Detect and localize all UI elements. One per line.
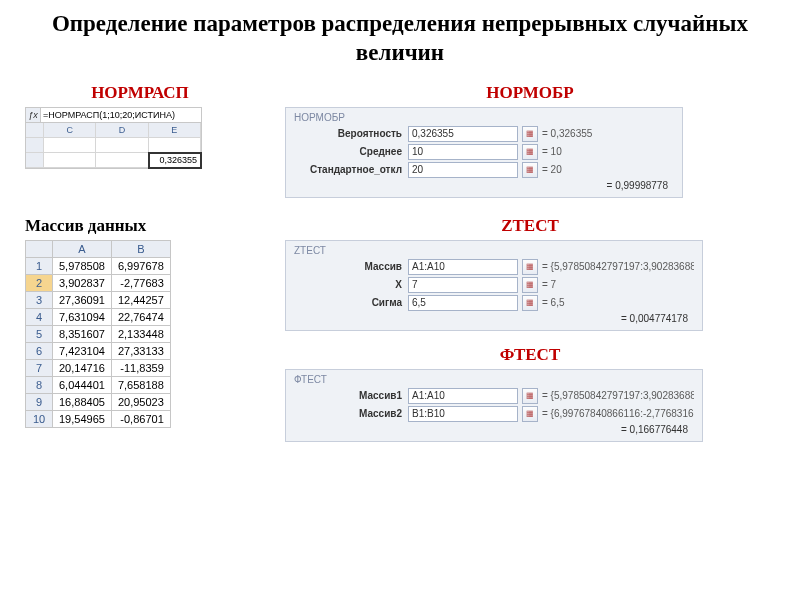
row-number[interactable]: 7 bbox=[26, 359, 53, 376]
range-picker-icon[interactable]: ▦ bbox=[522, 144, 538, 160]
table-row: 47,63109422,76474 bbox=[26, 308, 171, 325]
label-ftest: ФТЕСТ bbox=[285, 345, 775, 365]
range-picker-icon[interactable]: ▦ bbox=[522, 277, 538, 293]
fx-icon[interactable]: ƒx bbox=[26, 110, 40, 120]
dialog-ztest: ZТЕСТ Массив A1:A10 ▦ = {5,9785084279719… bbox=[285, 240, 703, 331]
label-ztest: ZТЕСТ bbox=[285, 216, 775, 236]
arg-echo: = {5,97850842797197:3,9028368822… bbox=[542, 390, 694, 401]
range-picker-icon[interactable]: ▦ bbox=[522, 259, 538, 275]
row-number[interactable]: 1 bbox=[26, 257, 53, 274]
result-cell[interactable]: 0,326355 bbox=[149, 153, 201, 168]
arg-echo: = 10 bbox=[542, 146, 674, 157]
cell[interactable]: 12,44257 bbox=[111, 291, 170, 308]
corner-cell[interactable] bbox=[26, 240, 53, 257]
table-row: 327,3609112,44257 bbox=[26, 291, 171, 308]
table-row: 58,3516072,133448 bbox=[26, 325, 171, 342]
range-picker-icon[interactable]: ▦ bbox=[522, 162, 538, 178]
arg-label: Массив2 bbox=[294, 408, 404, 419]
cell[interactable]: -11,8359 bbox=[111, 359, 170, 376]
table-row: 15,9785086,997678 bbox=[26, 257, 171, 274]
data-array-table: A B 15,9785086,99767823,902837-2,7768332… bbox=[25, 240, 171, 428]
dialog-result: = 0,004774178 bbox=[294, 313, 694, 324]
cell[interactable]: 16,88405 bbox=[53, 393, 112, 410]
label-normrasp: НОРМРАСП bbox=[25, 83, 255, 103]
arg-label: Вероятность bbox=[294, 128, 404, 139]
cell[interactable]: 19,54965 bbox=[53, 410, 112, 427]
col-header[interactable]: A bbox=[53, 240, 112, 257]
arg-label: Массив bbox=[294, 261, 404, 272]
row-number[interactable]: 5 bbox=[26, 325, 53, 342]
row-number[interactable]: 8 bbox=[26, 376, 53, 393]
page-title: Определение параметров распределения неп… bbox=[25, 10, 775, 68]
label-normobr: НОРМОБР bbox=[285, 83, 775, 103]
row-number[interactable]: 4 bbox=[26, 308, 53, 325]
row-number[interactable]: 6 bbox=[26, 342, 53, 359]
row-number[interactable]: 3 bbox=[26, 291, 53, 308]
arg-echo: = 20 bbox=[542, 164, 674, 175]
col-header[interactable]: D bbox=[96, 123, 148, 138]
col-header[interactable]: B bbox=[111, 240, 170, 257]
arg-label: Стандартное_откл bbox=[294, 164, 404, 175]
cell[interactable]: 7,423104 bbox=[53, 342, 112, 359]
table-row: 23,902837-2,77683 bbox=[26, 274, 171, 291]
table-row: 67,42310427,33133 bbox=[26, 342, 171, 359]
row-number[interactable]: 9 bbox=[26, 393, 53, 410]
range-picker-icon[interactable]: ▦ bbox=[522, 406, 538, 422]
dialog-result: = 0,99998778 bbox=[294, 180, 674, 191]
formula-input[interactable]: =НОРМРАСП(1;10;20;ИСТИНА) bbox=[40, 108, 201, 122]
row-number[interactable]: 2 bbox=[26, 274, 53, 291]
arg-input[interactable]: 7 bbox=[408, 277, 518, 293]
range-picker-icon[interactable]: ▦ bbox=[522, 126, 538, 142]
dialog-result: = 0,166776448 bbox=[294, 424, 694, 435]
dialog-normobr: НОРМОБР Вероятность 0,326355 ▦ = 0,32635… bbox=[285, 107, 683, 198]
cell[interactable]: 2,133448 bbox=[111, 325, 170, 342]
cell[interactable]: 7,631094 bbox=[53, 308, 112, 325]
arg-input[interactable]: A1:A10 bbox=[408, 259, 518, 275]
cell[interactable]: 27,33133 bbox=[111, 342, 170, 359]
arg-input[interactable]: 20 bbox=[408, 162, 518, 178]
arg-input[interactable]: 0,326355 bbox=[408, 126, 518, 142]
arg-label: Сигма bbox=[294, 297, 404, 308]
dialog-title: ФТЕСТ bbox=[294, 374, 694, 385]
col-header[interactable]: C bbox=[44, 123, 96, 138]
arg-input[interactable]: B1:B10 bbox=[408, 406, 518, 422]
table-row: 720,14716-11,8359 bbox=[26, 359, 171, 376]
arg-input[interactable]: A1:A10 bbox=[408, 388, 518, 404]
cell[interactable]: 22,76474 bbox=[111, 308, 170, 325]
cell[interactable]: 27,36091 bbox=[53, 291, 112, 308]
table-row: 916,8840520,95023 bbox=[26, 393, 171, 410]
arg-label: Среднее bbox=[294, 146, 404, 157]
dialog-title: ZТЕСТ bbox=[294, 245, 694, 256]
range-picker-icon[interactable]: ▦ bbox=[522, 295, 538, 311]
cell[interactable]: 20,14716 bbox=[53, 359, 112, 376]
arg-echo: = 0,326355 bbox=[542, 128, 674, 139]
cell[interactable]: 7,658188 bbox=[111, 376, 170, 393]
arg-echo: = {6,99767840866116:-2,7768316815… bbox=[542, 408, 694, 419]
arg-input[interactable]: 6,5 bbox=[408, 295, 518, 311]
cell[interactable]: 8,351607 bbox=[53, 325, 112, 342]
cell[interactable]: 20,95023 bbox=[111, 393, 170, 410]
formula-bar-box: ƒx =НОРМРАСП(1;10;20;ИСТИНА) C D E 0,326… bbox=[25, 107, 202, 169]
table-row: 86,0444017,658188 bbox=[26, 376, 171, 393]
table-row: 1019,54965-0,86701 bbox=[26, 410, 171, 427]
arg-label: Массив1 bbox=[294, 390, 404, 401]
col-header[interactable]: E bbox=[149, 123, 201, 138]
row-number[interactable]: 10 bbox=[26, 410, 53, 427]
cell[interactable]: 5,978508 bbox=[53, 257, 112, 274]
cell[interactable]: 6,044401 bbox=[53, 376, 112, 393]
label-data-array: Массив данных bbox=[25, 216, 255, 236]
range-picker-icon[interactable]: ▦ bbox=[522, 388, 538, 404]
arg-input[interactable]: 10 bbox=[408, 144, 518, 160]
cell[interactable]: 3,902837 bbox=[53, 274, 112, 291]
arg-echo: = {5,97850842797197:3,90283688221… bbox=[542, 261, 694, 272]
dialog-title: НОРМОБР bbox=[294, 112, 674, 123]
arg-label: X bbox=[294, 279, 404, 290]
arg-echo: = 7 bbox=[542, 279, 694, 290]
cell[interactable]: -0,86701 bbox=[111, 410, 170, 427]
dialog-ftest: ФТЕСТ Массив1 A1:A10 ▦ = {5,978508427971… bbox=[285, 369, 703, 442]
arg-echo: = 6,5 bbox=[542, 297, 694, 308]
cell[interactable]: 6,997678 bbox=[111, 257, 170, 274]
cell[interactable]: -2,77683 bbox=[111, 274, 170, 291]
